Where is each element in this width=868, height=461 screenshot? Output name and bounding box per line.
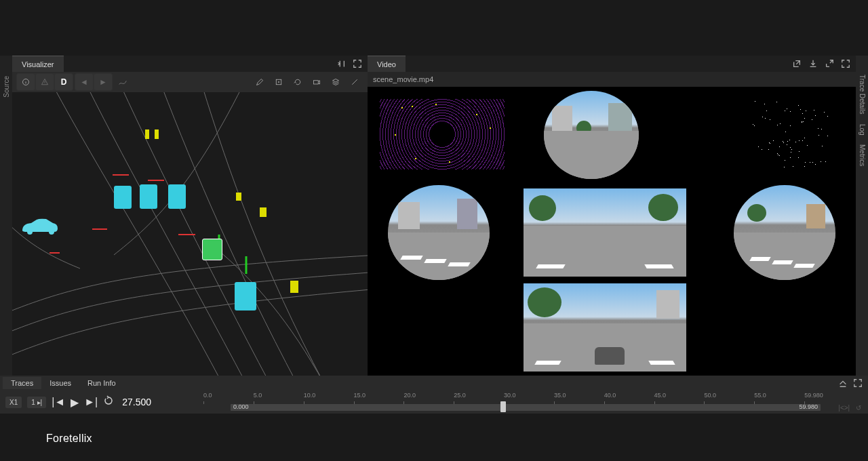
fullscreen-icon[interactable] <box>353 59 362 68</box>
video-filename: scene_movie.mp4 <box>368 72 856 87</box>
visualizer-panel: Visualizer D ◄ ► <box>12 56 368 376</box>
svg-point-2 <box>278 81 279 83</box>
nav-back-icon[interactable]: ◄ <box>75 74 93 90</box>
warning-icon[interactable] <box>36 74 54 90</box>
right-rail: Trace Details Log Metrics <box>856 56 868 376</box>
vehicle-cyan <box>168 184 186 209</box>
layers-icon[interactable] <box>327 74 344 90</box>
rewind-icon[interactable] <box>103 395 114 409</box>
timeline-scrubber-track[interactable]: 0.000 59.980 <box>231 404 821 411</box>
tick-label: 25.0 <box>454 392 504 401</box>
range-start: 0.000 <box>233 403 249 410</box>
pointcloud-view <box>726 94 848 175</box>
video-tab-strip: Video <box>368 56 856 72</box>
collapse-icon[interactable] <box>336 59 346 68</box>
expand-icon[interactable] <box>825 59 834 68</box>
tick-label: 0.0 <box>203 392 254 401</box>
camera-center <box>524 188 686 277</box>
brand-label: Foretellix <box>46 433 92 445</box>
lidar-view <box>374 94 510 175</box>
rail-trace-details[interactable]: Trace Details <box>859 75 866 115</box>
timeline-panel: Traces Issues Run Info X1 1 ▸| |◄ ▶ ►| 2… <box>0 376 868 414</box>
tick-label: 45.0 <box>654 392 705 401</box>
nav-forward-icon[interactable]: ► <box>94 74 112 90</box>
ego-car-icon <box>19 217 60 237</box>
focus-icon[interactable] <box>270 74 288 90</box>
tick-label: 5.0 <box>254 392 304 401</box>
timeline-collapse-icon[interactable] <box>838 378 848 388</box>
vehicle-ego-box <box>202 239 222 260</box>
source-rail[interactable]: Source <box>0 56 12 376</box>
tick-label: 40.0 <box>604 392 654 401</box>
video-panel: Video scene_movie.mp4 <box>368 56 856 376</box>
svg-rect-1 <box>276 79 281 85</box>
settings-icon[interactable] <box>346 74 363 90</box>
range-end: 59.980 <box>799 403 818 410</box>
tick-label: 10.0 <box>304 392 354 401</box>
video-multiview[interactable] <box>368 87 856 376</box>
rotate-icon[interactable] <box>289 74 307 90</box>
tick-label: 55.0 <box>754 392 804 401</box>
loop-mode[interactable]: 1 ▸| <box>27 397 46 408</box>
play-icon[interactable]: ▶ <box>71 396 79 409</box>
timeline-ruler[interactable]: 0.05.010.015.020.025.030.035.040.045.050… <box>203 390 868 414</box>
step-back-icon[interactable]: |◄ <box>52 396 65 408</box>
visualizer-3d-view[interactable] <box>12 92 368 376</box>
camera-front-fisheye <box>544 91 639 179</box>
current-time: 27.500 <box>122 397 151 407</box>
step-forward-icon[interactable]: ►| <box>84 396 98 408</box>
tab-visualizer[interactable]: Visualizer <box>12 56 64 72</box>
window-top-bar <box>0 47 868 56</box>
source-label: Source <box>3 76 10 98</box>
vehicle-cyan <box>140 184 157 209</box>
visualizer-tab-strip: Visualizer <box>12 56 368 72</box>
tab-issues[interactable]: Issues <box>41 377 79 389</box>
tick-label: 50.0 <box>704 392 754 401</box>
download-icon[interactable] <box>808 59 818 68</box>
jump-icon[interactable]: |<>| <box>838 404 850 412</box>
tick-label: 35.0 <box>554 392 604 401</box>
pencil-icon[interactable] <box>251 74 269 90</box>
drive-mode-indicator[interactable]: D <box>55 74 73 90</box>
open-external-icon[interactable] <box>792 59 802 68</box>
info-icon[interactable] <box>17 74 35 90</box>
tick-label: 30.0 <box>504 392 554 401</box>
visualizer-toolbar: D ◄ ► <box>12 72 368 92</box>
tick-label: 59.980 <box>804 392 854 401</box>
camera-right-fisheye <box>734 185 835 280</box>
fullscreen-icon[interactable] <box>841 59 850 68</box>
camera-left-fisheye <box>388 185 490 280</box>
tab-traces[interactable]: Traces <box>3 377 41 389</box>
rail-metrics[interactable]: Metrics <box>859 144 866 166</box>
timeline-fullscreen-icon[interactable] <box>853 378 863 388</box>
vehicle-cyan <box>114 186 132 209</box>
tick-label: 20.0 <box>403 392 454 401</box>
tick-label: 15.0 <box>354 392 404 401</box>
tab-video[interactable]: Video <box>368 56 406 72</box>
svg-rect-3 <box>314 81 319 84</box>
reset-icon[interactable]: ↺ <box>856 404 861 412</box>
scrubber-handle[interactable] <box>500 401 506 412</box>
playback-speed[interactable]: X1 <box>5 397 22 408</box>
vehicle-cyan <box>235 282 256 310</box>
tab-runinfo[interactable]: Run Info <box>79 377 124 389</box>
camera-icon[interactable] <box>308 74 326 90</box>
camera-rear <box>524 283 686 372</box>
path-icon[interactable] <box>114 74 132 90</box>
rail-log[interactable]: Log <box>859 124 866 136</box>
